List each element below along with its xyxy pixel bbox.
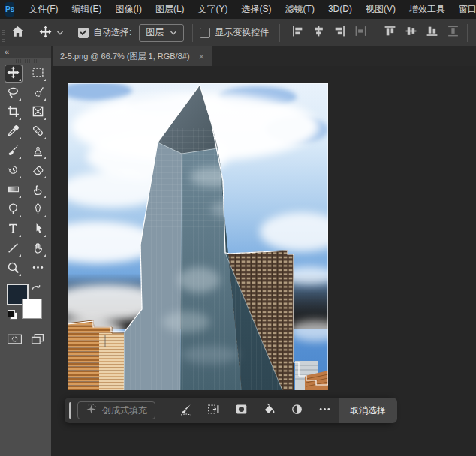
quick-selection-tool[interactable] <box>30 85 47 101</box>
move-tool[interactable] <box>5 65 22 82</box>
align-top-edges-button[interactable] <box>379 23 400 43</box>
pen-tool[interactable] <box>30 202 47 218</box>
chevron-down-icon <box>56 28 64 38</box>
fill-selection-button[interactable] <box>255 398 283 423</box>
color-swatches <box>0 283 51 328</box>
show-transform-control[interactable]: 显示变换控件 <box>200 26 269 39</box>
taskbar-icons <box>172 398 339 423</box>
document-tab-bar: 2-5.png @ 66.7% (图层 1, RGB/8#) × <box>51 46 476 66</box>
type-tool-icon <box>7 222 20 238</box>
healing-brush-tool-icon <box>32 124 44 140</box>
history-brush-tool-icon <box>7 164 20 179</box>
eyedropper-tool[interactable] <box>5 124 22 140</box>
options-bar-grip[interactable] <box>2 24 5 42</box>
lasso-tool[interactable] <box>5 85 22 101</box>
crop-tool[interactable] <box>5 104 22 121</box>
zoom-tool[interactable] <box>5 260 22 277</box>
menu-item-filter[interactable]: 滤镜(T) <box>279 0 321 19</box>
edit-toolbar-tool[interactable] <box>30 260 47 277</box>
smudge-tool-icon <box>32 183 44 199</box>
toolbox-grip[interactable] <box>0 58 51 64</box>
auto-select-checkbox[interactable] <box>78 28 89 38</box>
more-options-button[interactable] <box>311 398 339 423</box>
collapse-panel-button[interactable]: « <box>0 46 51 58</box>
fill-selection-icon <box>263 403 276 418</box>
show-transform-checkbox[interactable] <box>200 28 210 38</box>
align-right-edges-button[interactable] <box>329 23 350 43</box>
clone-stamp-tool[interactable] <box>30 143 47 160</box>
history-brush-tool[interactable] <box>5 163 22 179</box>
invert-selection-button[interactable] <box>283 398 311 423</box>
menu-item-plugins[interactable]: 增效工具 <box>402 0 452 19</box>
menu-item-layer[interactable]: 图层(L) <box>149 0 191 19</box>
home-button[interactable] <box>11 25 25 41</box>
distribute-vertical-centers-button[interactable] <box>442 23 463 43</box>
taskbar-drag-handle[interactable] <box>69 402 71 418</box>
align-vertical-centers-icon <box>405 25 417 40</box>
quick-selection-tool-icon <box>32 86 44 101</box>
document-tab[interactable]: 2-5.png @ 66.7% (图层 1, RGB/8#) × <box>53 46 212 66</box>
swap-colors-icon[interactable] <box>32 283 41 296</box>
quick-mask-icon[interactable] <box>7 332 23 349</box>
background-color-swatch[interactable] <box>22 298 42 319</box>
dropdown-value: 图层 <box>146 26 164 39</box>
auto-select-label: 自动选择: <box>93 26 131 39</box>
smudge-tool[interactable] <box>30 182 47 199</box>
frame-tool[interactable] <box>30 104 47 121</box>
auto-select-control[interactable]: 自动选择: <box>78 26 131 39</box>
menu-item-type[interactable]: 文字(Y) <box>191 0 235 19</box>
align-top-edges-icon <box>384 25 396 40</box>
rectangular-marquee-tool[interactable] <box>30 65 47 82</box>
create-mask-button[interactable] <box>227 398 255 423</box>
generative-fill-icon <box>86 404 97 417</box>
healing-brush-tool[interactable] <box>30 124 47 140</box>
auto-select-target-dropdown[interactable]: 图层 <box>139 24 184 42</box>
tool-options-bar: 自动选择: 图层 显示变换控件 <box>0 19 476 47</box>
move-tool-icon <box>7 66 20 82</box>
align-bottom-edges-icon <box>426 25 438 40</box>
clone-stamp-tool-icon <box>32 144 44 160</box>
align-left-edges-button[interactable] <box>287 23 308 43</box>
distribute-horizontal-centers-button[interactable] <box>350 23 371 43</box>
default-colors-icon[interactable] <box>8 310 17 320</box>
canvas-image[interactable] <box>68 83 328 390</box>
eraser-tool[interactable] <box>30 163 47 179</box>
deselect-button[interactable]: 取消选择 <box>339 398 397 423</box>
line-tool[interactable] <box>5 241 22 257</box>
canvas-area: 创成式填充 取消选择 <box>51 66 476 456</box>
hand-tool[interactable] <box>30 241 47 257</box>
generative-fill-label: 创成式填充 <box>102 404 147 417</box>
gradient-tool[interactable] <box>5 182 22 199</box>
generative-fill-button[interactable]: 创成式填充 <box>77 401 155 419</box>
distribute-horizontal-centers-icon <box>354 25 367 40</box>
transform-selection-button[interactable] <box>200 398 227 423</box>
distribute-vertical-centers-icon <box>447 25 459 40</box>
menu-item-view[interactable]: 视图(V) <box>359 0 402 19</box>
separator <box>375 24 375 42</box>
transform-selection-icon <box>207 403 220 418</box>
align-right-edges-icon <box>333 25 346 40</box>
path-selection-tool[interactable] <box>30 221 47 238</box>
menu-bar: Ps 文件(F)编辑(E)图像(I)图层(L)文字(Y)选择(S)滤镜(T)3D… <box>0 0 476 19</box>
align-vertical-centers-button[interactable] <box>400 23 421 43</box>
move-tool-icon <box>39 26 52 40</box>
align-horizontal-centers-button[interactable] <box>308 23 329 43</box>
tool-preset-move[interactable] <box>39 26 64 40</box>
selection-brush-button[interactable] <box>172 398 200 423</box>
align-bottom-edges-button[interactable] <box>421 23 442 43</box>
menu-item-image[interactable]: 图像(I) <box>109 0 149 19</box>
menu-item-edit[interactable]: 编辑(E) <box>65 0 109 19</box>
menu-item-3d[interactable]: 3D(D) <box>321 0 359 19</box>
tools-grid <box>0 64 51 277</box>
dodge-tool[interactable] <box>5 202 22 218</box>
toolbox-panel: « <box>0 46 51 456</box>
brush-tool[interactable] <box>5 143 22 160</box>
menu-item-window[interactable]: 窗口(W) <box>452 0 476 19</box>
close-tab-icon[interactable]: × <box>199 52 205 62</box>
menu-item-file[interactable]: 文件(F) <box>22 0 65 19</box>
contextual-task-bar: 创成式填充 取消选择 <box>65 398 393 423</box>
screen-mode-icon[interactable] <box>31 333 44 348</box>
menu-item-select[interactable]: 选择(S) <box>235 0 279 19</box>
type-tool[interactable] <box>5 221 22 238</box>
brush-tool-icon <box>7 144 20 160</box>
